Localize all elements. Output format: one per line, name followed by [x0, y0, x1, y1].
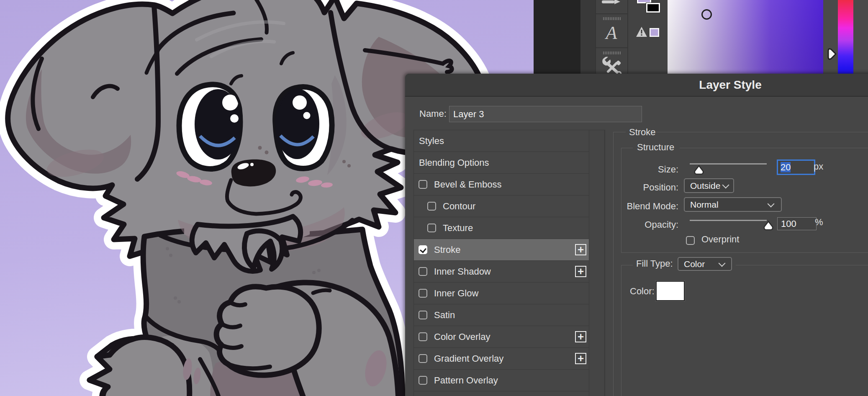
svg-text:A: A — [605, 23, 618, 43]
